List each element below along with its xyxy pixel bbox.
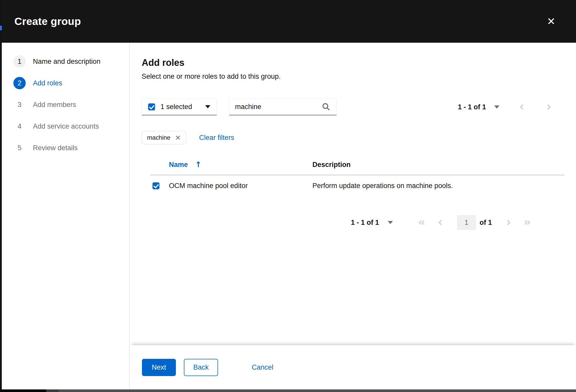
- next-button[interactable]: Next: [142, 359, 176, 376]
- remove-filter-icon[interactable]: ✕: [175, 134, 181, 141]
- add-roles-panel: Add roles Select one or more roles to ad…: [130, 43, 576, 345]
- caret-down-icon: [388, 221, 393, 224]
- per-page-menu-toggle[interactable]: [486, 105, 499, 109]
- step-3-label: Add members: [33, 101, 76, 109]
- column-header-name[interactable]: Name ↑: [169, 161, 312, 169]
- search-field: [229, 99, 337, 115]
- step-add-roles[interactable]: 2 Add roles: [2, 72, 129, 94]
- bulk-select-dropdown[interactable]: 1 selected: [142, 99, 217, 115]
- cancel-button[interactable]: Cancel: [252, 363, 273, 371]
- step-1-indicator: 1: [13, 55, 26, 68]
- page-count-label: of 1: [480, 219, 492, 227]
- previous-page-icon[interactable]: [518, 103, 526, 111]
- create-group-wizard-modal: Create group ✕ 1 Name and description 2 …: [2, 0, 576, 389]
- wizard-footer: Next Back Cancel: [130, 345, 576, 389]
- wizard-main-column: Add roles Select one or more roles to ad…: [130, 43, 576, 389]
- search-icon[interactable]: [321, 102, 331, 111]
- clear-filters-link[interactable]: Clear filters: [199, 134, 234, 142]
- role-description-cell: Perform update operations on machine poo…: [312, 182, 564, 190]
- step-add-service-accounts: 4 Add service accounts: [2, 115, 129, 137]
- wizard-header: Create group ✕: [2, 0, 576, 43]
- roles-toolbar: 1 selected 1 - 1 of 1: [142, 99, 553, 115]
- current-page-input[interactable]: [457, 215, 476, 230]
- step-3-indicator: 3: [13, 99, 26, 111]
- step-5-indicator: 5: [13, 142, 26, 154]
- back-button[interactable]: Back: [184, 359, 218, 376]
- search-input[interactable]: [235, 103, 321, 111]
- step-4-indicator: 4: [13, 120, 26, 132]
- filter-chip-label: machine: [147, 134, 170, 141]
- pagination-top: 1 - 1 of 1: [458, 103, 553, 111]
- caret-down-icon: [494, 105, 499, 109]
- page-subtitle: Select one or more roles to add to this …: [142, 72, 553, 81]
- next-page-icon[interactable]: [545, 103, 553, 111]
- previous-page-icon[interactable]: [436, 218, 445, 227]
- per-page-menu-toggle[interactable]: [379, 221, 393, 224]
- filter-chip: machine ✕: [142, 131, 186, 144]
- table-row: OCM machine pool editor Perform update o…: [150, 175, 564, 196]
- wizard-steps-nav: 1 Name and description 2 Add roles 3 Add…: [2, 43, 130, 389]
- caret-down-icon: [205, 105, 210, 108]
- close-icon[interactable]: ✕: [547, 16, 555, 26]
- background-bottom-segment-2: [46, 389, 59, 392]
- step-1-label: Name and description: [33, 58, 101, 66]
- sort-ascending-icon[interactable]: ↑: [195, 161, 202, 168]
- step-4-label: Add service accounts: [33, 122, 99, 130]
- name-header-label: Name: [169, 161, 188, 169]
- roles-table: Name ↑ Description OCM machine pool edit…: [150, 155, 564, 196]
- wizard-body: 1 Name and description 2 Add roles 3 Add…: [2, 43, 576, 389]
- column-header-description: Description: [312, 161, 564, 169]
- active-filters-row: machine ✕ Clear filters: [142, 131, 553, 144]
- step-5-label: Review details: [33, 144, 78, 152]
- step-review-details: 5 Review details: [2, 137, 129, 159]
- bulk-select-checkbox[interactable]: [148, 103, 155, 110]
- bulk-select-label: 1 selected: [160, 103, 192, 111]
- page-title: Add roles: [142, 57, 553, 68]
- background-bottom-segment: [0, 389, 46, 392]
- background-page-bottom-edge: [0, 389, 576, 392]
- pagination-range-label: 1 - 1 of 1: [351, 219, 379, 227]
- step-2-indicator: 2: [13, 77, 26, 89]
- first-page-icon[interactable]: [417, 218, 426, 227]
- step-2-label: Add roles: [33, 79, 62, 87]
- row-checkbox[interactable]: [152, 182, 159, 189]
- pagination-range-label: 1 - 1 of 1: [458, 103, 486, 111]
- next-page-icon[interactable]: [504, 218, 512, 227]
- background-page-left-edge: [0, 0, 2, 392]
- step-name-and-description[interactable]: 1 Name and description: [2, 51, 129, 72]
- background-link-fragment: [0, 26, 2, 30]
- pagination-bottom: 1 - 1 of 1 of 1: [142, 215, 532, 230]
- step-add-members: 3 Add members: [2, 94, 129, 115]
- last-page-icon[interactable]: [523, 218, 532, 227]
- modal-title: Create group: [14, 15, 81, 28]
- role-name-cell: OCM machine pool editor: [169, 182, 312, 190]
- table-header-row: Name ↑ Description: [150, 155, 564, 175]
